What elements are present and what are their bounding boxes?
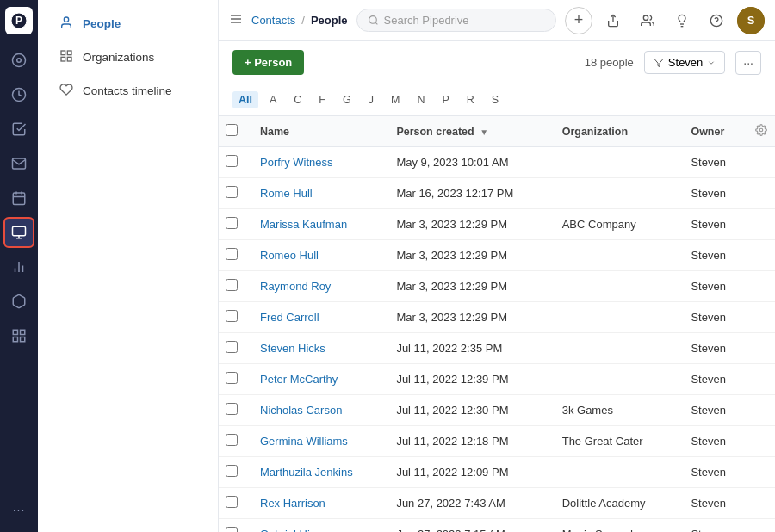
row-checkbox[interactable] xyxy=(226,248,238,260)
alpha-f[interactable]: F xyxy=(313,91,332,108)
row-checkbox-cell[interactable] xyxy=(219,395,250,426)
person-name[interactable]: Rome Hull xyxy=(260,187,313,200)
row-checkbox-cell[interactable] xyxy=(219,488,250,519)
person-name-cell[interactable]: Rome Hull xyxy=(250,178,386,209)
alpha-a[interactable]: A xyxy=(264,91,282,108)
alpha-r[interactable]: R xyxy=(461,91,480,108)
select-all-checkbox[interactable] xyxy=(226,124,238,136)
row-checkbox[interactable] xyxy=(226,527,238,532)
row-checkbox-cell[interactable] xyxy=(219,302,250,333)
alpha-s[interactable]: S xyxy=(486,91,505,108)
person-name-cell[interactable]: Marissa Kaufman xyxy=(250,209,386,240)
person-name[interactable]: Porfry Witness xyxy=(260,156,333,169)
person-name-cell[interactable]: Steven Hicks xyxy=(250,333,386,364)
add-person-button[interactable]: + Person xyxy=(232,50,304,75)
row-checkbox-cell[interactable] xyxy=(219,271,250,302)
person-name[interactable]: Rex Harrison xyxy=(260,497,326,510)
person-name[interactable]: Peter McCarthy xyxy=(260,373,338,386)
row-checkbox-cell[interactable] xyxy=(219,147,250,178)
alpha-n[interactable]: N xyxy=(411,91,431,108)
row-checkbox[interactable] xyxy=(226,217,238,229)
person-name[interactable]: Marissa Kaufman xyxy=(260,218,347,231)
row-checkbox[interactable] xyxy=(226,465,238,477)
person-name-cell[interactable]: Rex Harrison xyxy=(250,488,386,519)
person-name[interactable]: Steven Hicks xyxy=(260,342,326,355)
breadcrumb-parent[interactable]: Contacts xyxy=(251,14,295,27)
nav-more-icon[interactable]: ··· xyxy=(3,494,34,525)
help-icon[interactable] xyxy=(703,7,730,34)
sidebar-item-contacts-timeline[interactable]: Contacts timeline xyxy=(45,75,211,107)
add-button[interactable]: + xyxy=(565,7,592,34)
row-checkbox-cell[interactable] xyxy=(219,457,250,488)
person-name[interactable]: Gabriel Hines xyxy=(260,528,328,532)
person-name-cell[interactable]: Nicholas Carson xyxy=(250,395,386,426)
row-checkbox[interactable] xyxy=(226,279,238,291)
row-checkbox[interactable] xyxy=(226,372,238,384)
alpha-p[interactable]: P xyxy=(436,91,455,108)
nav-reports-icon[interactable] xyxy=(3,251,34,282)
sidebar-item-organizations-label: Organizations xyxy=(83,51,154,64)
person-name-cell[interactable]: Germina Williams xyxy=(250,426,386,457)
row-checkbox[interactable] xyxy=(226,341,238,353)
row-checkbox-cell[interactable] xyxy=(219,333,250,364)
person-name-cell[interactable]: Romeo Hull xyxy=(250,240,386,271)
person-name-cell[interactable]: Porfry Witness xyxy=(250,147,386,178)
row-checkbox[interactable] xyxy=(226,403,238,415)
person-name-cell[interactable]: Marthuzila Jenkins xyxy=(250,457,386,488)
person-name[interactable]: Raymond Roy xyxy=(260,280,331,293)
filter-button[interactable]: Steven xyxy=(644,51,725,74)
hamburger-icon[interactable] xyxy=(229,12,243,29)
nav-deals-icon[interactable] xyxy=(3,79,34,110)
nav-marketplace-icon[interactable] xyxy=(3,320,34,351)
row-checkbox-cell[interactable] xyxy=(219,240,250,271)
bulb-icon[interactable] xyxy=(668,7,696,34)
row-checkbox[interactable] xyxy=(226,155,238,167)
alpha-all[interactable]: All xyxy=(232,91,258,108)
row-checkbox-cell[interactable] xyxy=(219,364,250,395)
row-checkbox-cell[interactable] xyxy=(219,178,250,209)
settings-column-header[interactable] xyxy=(747,116,775,147)
select-all-header[interactable] xyxy=(219,116,250,147)
sidebar-item-organizations[interactable]: Organizations xyxy=(45,41,211,73)
row-checkbox-cell[interactable] xyxy=(219,209,250,240)
breadcrumb: Contacts / People xyxy=(251,14,348,27)
org-column-header[interactable]: Organization xyxy=(552,116,681,147)
nav-calendar-icon[interactable] xyxy=(3,182,34,213)
person-name[interactable]: Fred Carroll xyxy=(260,311,319,324)
row-checkbox[interactable] xyxy=(226,186,238,198)
sidebar-item-people[interactable]: People xyxy=(45,8,211,40)
nav-products-icon[interactable] xyxy=(3,286,34,317)
row-checkbox[interactable] xyxy=(226,310,238,322)
person-name-cell[interactable]: Peter McCarthy xyxy=(250,364,386,395)
owner-column-header[interactable]: Owner xyxy=(680,116,747,147)
row-checkbox-cell[interactable] xyxy=(219,426,250,457)
person-name-cell[interactable]: Gabriel Hines xyxy=(250,519,386,533)
created-column-header[interactable]: Person created ▼ xyxy=(386,116,551,147)
row-checkbox-cell[interactable] xyxy=(219,519,250,533)
nav-home-icon[interactable] xyxy=(3,45,34,76)
people-nav-icon[interactable] xyxy=(634,7,661,34)
more-options-button[interactable]: ··· xyxy=(735,51,761,75)
person-name-cell[interactable]: Raymond Roy xyxy=(250,271,386,302)
alpha-m[interactable]: M xyxy=(385,91,406,108)
svg-rect-16 xyxy=(61,51,65,55)
nav-contacts-icon[interactable] xyxy=(3,217,34,248)
person-name[interactable]: Nicholas Carson xyxy=(260,404,342,417)
nav-mail-icon[interactable] xyxy=(3,148,34,179)
nav-activities-icon[interactable] xyxy=(3,114,34,145)
person-created-cell: Mar 3, 2023 12:29 PM xyxy=(386,271,551,302)
share-icon[interactable] xyxy=(599,7,627,34)
row-checkbox[interactable] xyxy=(226,434,238,446)
search-bar[interactable]: Search Pipedrive xyxy=(356,9,556,32)
alpha-c[interactable]: C xyxy=(288,91,307,108)
person-name-cell[interactable]: Fred Carroll xyxy=(250,302,386,333)
person-name[interactable]: Germina Williams xyxy=(260,435,348,448)
name-column-header[interactable]: Name xyxy=(250,116,386,147)
alpha-j[interactable]: J xyxy=(363,91,380,108)
person-settings-cell xyxy=(747,395,775,426)
person-name[interactable]: Romeo Hull xyxy=(260,249,319,262)
user-avatar[interactable]: S xyxy=(737,7,765,34)
alpha-g[interactable]: G xyxy=(337,91,357,108)
row-checkbox[interactable] xyxy=(226,496,238,508)
person-name[interactable]: Marthuzila Jenkins xyxy=(260,466,353,479)
